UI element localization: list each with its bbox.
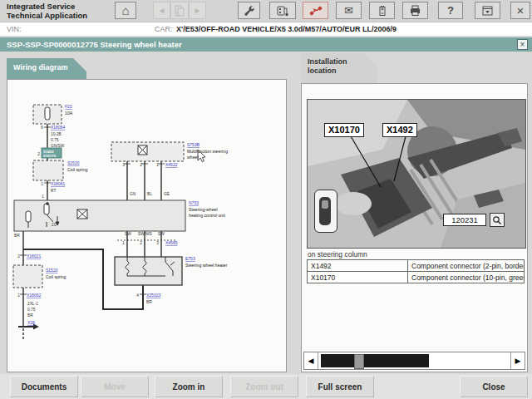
tab-installation-label-line2: location [308,66,377,76]
horizontal-scrollbar[interactable]: ◀ ▶ [303,352,525,370]
document-close-button[interactable]: × [517,39,528,50]
diagram-link[interactable]: X18061 [51,181,65,186]
diagram-link[interactable]: S1520 [67,160,80,165]
tab-wiring-diagram[interactable]: Wiring diagram [7,58,86,79]
home-button[interactable]: ⌂ [115,2,136,19]
header-bar: Integrated Service Technical Application… [0,0,532,22]
diagram-label: 2 [140,241,142,245]
diagram-label: 4 [136,293,139,298]
help-icon: ? [447,4,454,17]
app-close-button[interactable]: × [510,2,530,19]
table-row: X1492Component connector (2-pin, bordeau… [308,260,525,272]
back-icon: ◄ [158,6,166,15]
diagram-label: BR [146,300,152,304]
diagram-link[interactable]: F23 [65,104,72,109]
connection-button[interactable] [303,2,328,19]
photo-label-x1492: X1492 [382,123,417,137]
app-title-line2: Technical Application [7,11,87,20]
diagram-label: 1 [17,293,20,298]
photo-zoom-button[interactable] [490,213,505,227]
diagram-label: SW [125,232,131,236]
window-minimize-button[interactable] [475,2,500,19]
diagram-label: GN/SW [51,144,65,148]
diagram-label: Coil spring [67,167,88,172]
diagram-link[interactable]: X28 [27,320,35,325]
programming-device-icon [276,5,289,17]
tab-installation-location[interactable]: Installation location [301,53,377,83]
diagram-link[interactable]: X4522 [165,162,178,167]
diagram-link[interactable]: X18064 [51,125,65,130]
diagram-label: SW [158,232,165,236]
diagram-label: 3 [122,163,125,167]
document-transfer-button[interactable] [170,2,189,19]
photo-caption: on steering column [308,250,367,259]
diagram-label: X10170 [43,154,57,158]
diagram-label: heating control unit [189,213,225,218]
scroll-left-icon: ◀ [308,357,314,365]
printer-button[interactable] [402,2,428,19]
diagram-link[interactable]: X4565 [165,240,178,245]
coil-spring-box-upper[interactable] [33,160,63,180]
document-transfer-icon [174,5,185,17]
photo-label-x10170: X10170 [324,123,364,137]
diagram-link[interactable]: E753 [185,256,195,261]
steering-wheel-heater-box[interactable] [115,257,182,285]
forward-button[interactable]: ► [189,2,206,19]
switch-symbol [138,145,147,155]
heating-control-unit-box[interactable] [14,200,185,231]
wiring-diagram-panel[interactable]: F2310A6X1806410-2B0.75GN/SW2X1492X10170S… [7,79,287,372]
scroll-left-button[interactable]: ◀ [304,352,318,369]
workshop-button[interactable] [238,2,260,19]
photo-reference-number: 120231 [443,214,486,226]
back-button[interactable]: ◄ [153,2,170,19]
diagram-label: Steering wheel heater [185,263,228,268]
diagram-label: wheel [187,155,199,160]
diagram-label: 1 [41,182,43,186]
car-label: CAR: [155,25,173,33]
help-button[interactable]: ? [438,2,463,19]
diagram-label: BR [27,313,33,318]
diagram-link[interactable]: X25023 [146,293,160,298]
footer-button-documents[interactable]: Documents [10,376,78,397]
diagram-link[interactable]: X18062 [27,293,41,298]
connection-icon [309,5,323,17]
diagram-label: 6 [41,126,43,130]
home-icon: ⌂ [121,5,129,17]
scroll-right-button[interactable]: ▶ [510,352,525,369]
programming-device-button[interactable] [269,2,296,19]
close-icon: × [517,5,525,16]
window-minimize-icon [481,5,494,17]
diagram-label: 10-2B [51,132,62,136]
document-title-bar: SSP-SSP-SP0000012775 Steering wheel heat… [0,37,532,52]
diagram-link[interactable]: X18021 [27,254,41,259]
footer-button-zoom-out: Zoom out [230,376,298,397]
diagram-label: GE [164,192,170,196]
footer-button-zoom-in[interactable]: Zoom in [155,376,223,397]
diagram-label: SW/WS [138,232,152,236]
diagram-label: Multifunction steering [187,149,228,154]
diagram-link[interactable]: N753 [189,200,199,205]
diagram-label: GN [130,192,136,196]
diagram-label: 2 [17,254,20,259]
diagram-link[interactable]: S1520 [46,268,58,273]
connector-desc-cell: Component connector (10-pin, green) [408,272,525,283]
footer-button-close[interactable]: Close [460,376,528,397]
mail-button[interactable]: ✉ [336,2,362,19]
coil-spring-box-lower[interactable] [13,265,42,288]
printer-icon [409,5,421,17]
fuse-symbol [45,107,50,120]
battery-button[interactable] [369,2,395,19]
scrollbar-thumb[interactable] [354,354,364,369]
diagram-label: RT [51,189,56,193]
car-position-icon [314,190,337,233]
diagram-label: 21 [52,223,57,227]
diagram-label: 1 [42,195,44,199]
installation-location-panel: X10170 X1492 120231 on steering column X… [301,83,528,372]
footer-button-move: Move [81,376,149,397]
diagram-link[interactable]: S753B [187,142,200,147]
footer-button-full-screen[interactable]: Full screen [306,376,374,397]
diagram-label: BR [14,234,20,238]
connector-id-cell: X10170 [308,272,408,283]
installation-photo[interactable]: X10170 X1492 120231 [307,99,526,249]
diagram-label: 0.75 [27,308,36,312]
